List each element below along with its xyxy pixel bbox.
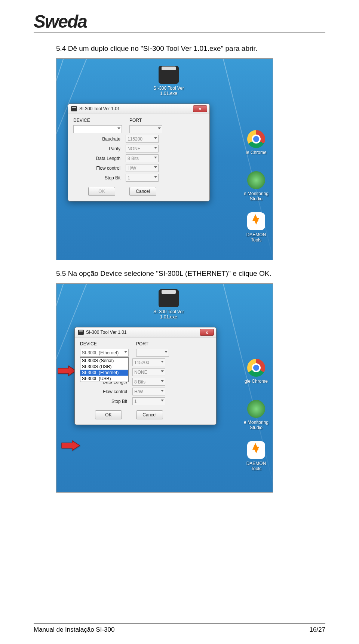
chrome-icon bbox=[247, 130, 265, 148]
monitoring-desktop-icon: e Monitoring Studio bbox=[241, 171, 271, 201]
port-combo[interactable] bbox=[129, 125, 162, 133]
ok-button[interactable]: OK bbox=[95, 410, 122, 419]
device-header: DEVICE bbox=[73, 118, 129, 123]
header: Sweda bbox=[34, 11, 325, 33]
datalen-combo[interactable]: 8 Bits bbox=[132, 378, 165, 386]
exe-label: SI-300 Tool Ver 1.01.exe bbox=[150, 86, 187, 96]
monitoring-desktop-icon: e Monitoring Studio bbox=[241, 400, 271, 430]
cancel-button[interactable]: Cancel bbox=[129, 187, 156, 196]
chrome-desktop-icon: gle Chrome bbox=[241, 358, 271, 384]
screenshot-1: SI-300 Tool Ver 1.01.exe le Chrome e Mon… bbox=[56, 58, 325, 260]
radar-icon bbox=[247, 171, 265, 189]
dropdown-option[interactable]: SI-300S (Serial) bbox=[80, 358, 128, 364]
chrome-desktop-icon: le Chrome bbox=[241, 130, 271, 155]
footer-page: 16/27 bbox=[309, 626, 325, 634]
close-button[interactable]: x bbox=[200, 329, 214, 336]
stopbit-combo[interactable]: 1 bbox=[132, 397, 165, 405]
datalen-combo[interactable]: 8 Bits bbox=[126, 154, 159, 162]
parity-combo[interactable]: NONE bbox=[126, 145, 159, 152]
stopbit-combo[interactable]: 1 bbox=[126, 174, 159, 182]
dialog-app-icon bbox=[78, 330, 84, 335]
si300-dialog: SI-300 Tool Ver 1.01 x DEVICE PORT SI-30… bbox=[74, 327, 217, 425]
baudrate-label: Baudrate bbox=[73, 136, 126, 142]
flow-label: Flow control bbox=[73, 166, 126, 171]
daemon-desktop-icon: DAEMON Tools bbox=[241, 441, 271, 471]
footer-title: Manual de Instalação SI-300 bbox=[34, 626, 114, 634]
radar-icon bbox=[247, 400, 265, 418]
stopbit-label: Stop Bit bbox=[73, 175, 126, 181]
parity-label: Parity bbox=[73, 146, 126, 151]
device-combo[interactable]: SI-300L (Ethernet) bbox=[80, 349, 129, 357]
dialog-title: SI-300 Tool Ver 1.01 bbox=[86, 330, 127, 335]
dropdown-option-selected[interactable]: SI-300L (Ethernet) bbox=[80, 370, 128, 376]
port-header: PORT bbox=[136, 341, 148, 346]
si300-dialog: SI-300 Tool Ver 1.01 x DEVICE PORT Baudr… bbox=[68, 104, 210, 201]
instruction-5-5: 5.5 Na opção Device selecione "SI-300L (… bbox=[56, 269, 325, 278]
red-arrow-ok-icon bbox=[61, 440, 80, 451]
daemon-desktop-icon: DAEMON Tools bbox=[241, 212, 271, 243]
dropdown-option[interactable]: SI-300L (USB) bbox=[80, 376, 128, 382]
dialog-titlebar: SI-300 Tool Ver 1.01 x bbox=[68, 104, 209, 114]
screenshot-2: SI-300 Tool Ver 1.01.exe gle Chrome e Mo… bbox=[56, 283, 325, 493]
flow-combo[interactable]: H/W bbox=[126, 164, 159, 172]
dialog-app-icon bbox=[71, 106, 77, 111]
red-arrow-device-icon bbox=[57, 365, 77, 376]
device-header: DEVICE bbox=[80, 341, 136, 346]
daemon-icon bbox=[247, 212, 265, 230]
dialog-title: SI-300 Tool Ver 1.01 bbox=[79, 106, 120, 111]
ok-button[interactable]: OK bbox=[88, 187, 115, 196]
flow-label: Flow control bbox=[80, 389, 132, 394]
printer-icon bbox=[159, 289, 179, 307]
baudrate-combo[interactable]: 115200 bbox=[132, 358, 165, 366]
datalen-label: Data Length bbox=[73, 156, 126, 161]
desktop-exe-icon: SI-300 Tool Ver 1.01.exe bbox=[150, 65, 187, 96]
chrome-icon bbox=[247, 359, 265, 377]
cancel-button[interactable]: Cancel bbox=[136, 410, 163, 419]
stopbit-label: Stop Bit bbox=[80, 399, 132, 404]
printer-icon bbox=[159, 66, 179, 84]
device-dropdown-list[interactable]: SI-300S (Serial) SI-300S (USB) SI-300L (… bbox=[80, 357, 129, 382]
port-header: PORT bbox=[129, 118, 142, 123]
baudrate-combo[interactable]: 115200 bbox=[126, 135, 159, 143]
flow-combo[interactable]: H/W bbox=[132, 388, 165, 395]
dialog-titlebar: SI-300 Tool Ver 1.01 x bbox=[75, 327, 216, 338]
brand-logo: Sweda bbox=[34, 11, 325, 32]
page-footer: Manual de Instalação SI-300 16/27 bbox=[34, 623, 325, 634]
port-combo[interactable] bbox=[136, 349, 169, 357]
daemon-icon bbox=[247, 441, 265, 459]
dropdown-option[interactable]: SI-300S (USB) bbox=[80, 364, 128, 370]
close-button[interactable]: x bbox=[193, 105, 207, 112]
device-combo[interactable] bbox=[73, 125, 122, 133]
parity-combo[interactable]: NONE bbox=[132, 368, 165, 376]
desktop-exe-icon: SI-300 Tool Ver 1.01.exe bbox=[150, 289, 187, 320]
instruction-5-4: 5.4 Dê um duplo clique no "SI-300 Tool V… bbox=[56, 44, 325, 53]
